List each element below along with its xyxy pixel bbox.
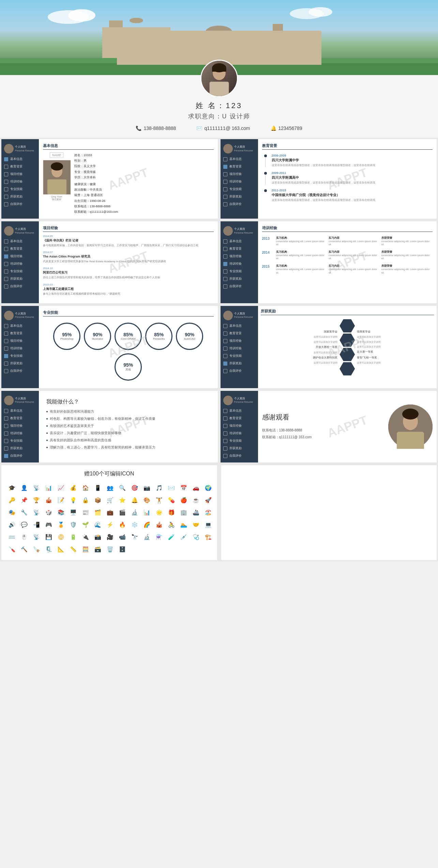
icons-panel: 赠100个可编辑ICON 🎓 👤 📡 📊 📈 💰 🏠 📱 👥 🔍 🎯 📷 🎵 ✉… [1,465,217,560]
thanks-title: 感谢观看 [262,413,382,422]
icon-90: 🔩 [215,532,217,543]
nav-header: 个人简历 Personal Resume [1,142,39,156]
nav-item-proj-2[interactable]: 项目经验 [221,171,258,178]
section-title-skills: 专业技能 [43,310,214,317]
self-item-1: 有良好的创新思维和沟通能力 [46,409,210,414]
icon-20: 📌 [19,495,30,506]
icon-89: 🏗️ [203,532,214,543]
svg-point-8 [205,26,232,39]
section-title-train: 培训经验 [262,225,433,232]
svg-point-7 [130,18,143,23]
icon-72: 🖨️ [215,519,217,530]
bio-fields: 姓名：10333 性别：男 院校：吴义大学 专业：视觉传媒 学历：大学本科 健康… [74,152,214,215]
icon-87: 💉 [178,532,189,543]
icon-100: 🗄️ [117,544,128,555]
slide-basic-info: 个人简历 Personal Resume 基本信息 教育背景 项目经验 培训经验 [1,139,218,219]
self-item-6: 理解力强，有上进心，热爱学习，具有吃苦耐劳的精神，能够承受压力 [46,445,210,450]
hex-3 [339,348,355,361]
edu-timeline: 2006-2009 四川大学附属中学 这里添加在校表现或该项型描述，这里添加在校… [262,152,433,208]
slides-grid: 个人简历 Personal Resume 基本信息 教育背景 项目经验 培训经验 [0,138,438,464]
nav-item-skills-2[interactable]: 专业技能 [221,186,258,193]
icons-all-grid: 🎓 👤 📡 📊 📈 💰 🏠 📱 👥 🔍 🎯 📷 🎵 ✉️ 📅 🚗 🌍 ⚙️ 🔑 … [6,483,212,555]
nav-item-proj[interactable]: 项目经验 [1,171,39,178]
contact-qq: 🔔 123456789 [271,126,302,131]
svg-rect-11 [273,24,283,31]
icon-91: 🪛 [6,544,17,555]
icon-93: 🪚 [31,544,42,555]
nav-item-edu[interactable]: 教育背景 [1,163,39,171]
svg-rect-14 [222,38,224,63]
skill-autocad: 90% AutoCAD [176,323,203,350]
icon-8: 📱 [92,483,103,494]
self-item-5: 具有良好的团队合作精神和高度的责任感 [46,438,210,443]
nav-header-3: 个人简历 Personal Resume [1,224,39,238]
icons-title: 赠100个可编辑ICON [6,470,212,477]
icon-67: 🎪 [154,519,165,530]
svg-point-26 [51,162,63,171]
icon-25: 🔒 [80,495,91,506]
contact-phone: 📞 138-8888-8888 [136,126,176,131]
proj-item-4: 2015.03 上海市建工处建设工程 参与上海市住宅区建造工程视频档案管理考核组… [43,283,214,296]
icon-9: 👥 [105,483,116,494]
nav-item-awards[interactable]: 所获奖励 [1,193,39,201]
nav-item-basic[interactable]: 基本信息 [1,156,39,163]
nav-icon [4,157,8,161]
icon-69: 🏊 [178,519,189,530]
nav-item-self-2[interactable]: 自我评价 [221,201,258,208]
icon-98: 🗃️ [92,544,103,555]
avatar [200,60,238,97]
svg-point-30 [402,409,419,420]
bio-photo [43,160,70,194]
skill-coredraw: 85% Core DRAW [115,323,142,350]
icon-33: 🍎 [178,495,189,506]
icon-64: 🔥 [117,519,128,530]
self-content: AAPPT 我能做什么？ 有良好的创新思维和沟通能力 对色彩、构图等元素较为敏锐… [39,391,218,462]
icon-13: 🎵 [154,483,165,494]
self-question: 我能做什么？ [46,398,210,406]
icon-49: 🌟 [154,507,165,518]
svg-rect-12 [208,38,211,63]
icon-31: 🏋️ [154,495,165,506]
nav-awards-2: 个人简历 Personal Resume 基本信息 教育背景 项目经验 培训经验… [221,306,258,388]
icon-97: 🧮 [80,544,91,555]
self-item-3: 有较强的艺术鉴赏及审美关于 [46,423,210,428]
slide-project: 个人简历 Personal Resume 基本信息 教育背景 项目经验 培训经验… [1,221,218,303]
icon-14: ✉️ [166,483,177,494]
slide-awards: 个人简历 Personal Resume 基本信息 教育背景 项目经验 培训经验… [221,306,437,388]
nav-item-basic-2[interactable]: 基本信息 [221,156,258,163]
icon-21: 🏆 [31,495,42,506]
icon-10: 🔍 [117,483,128,494]
nav-item-awards-2[interactable]: 所获奖励 [221,193,258,201]
qq-icon: 🔔 [271,126,276,131]
nav-item-skills[interactable]: 专业技能 [1,186,39,193]
basic-content: AAPPT 基本信息 NAME Qing Yuan情侣素材 [39,139,218,219]
brand-sub: 多套免费下载,全网最多最新最全的PowerPoint模板资源下载 [284,538,374,543]
icon-61: 🌱 [80,519,91,530]
nav-icon [4,172,8,176]
brand-name: 人人PPT [315,518,342,527]
nav-item-train[interactable]: 培训经验 [1,178,39,186]
skill-illustrator: 90% Illustrator [84,323,111,350]
icon-70: 🤝 [191,519,201,530]
nav-item-train-2[interactable]: 培训经验 [221,178,258,186]
icon-32: 💊 [166,495,177,506]
name-box: NAME [50,152,63,158]
icon-88: 🩺 [191,532,201,543]
icon-28: ⭐ [117,495,128,506]
svg-point-4 [308,7,332,17]
icon-82: 📹 [117,532,128,543]
edu-item-3: 2011-2015 中国传媒大学南广分院（视觉传达设计专业） 这里添加在校表现或… [262,189,433,202]
icon-53: 🏖️ [203,507,214,518]
nav-item-edu-2[interactable]: 教育背景 [221,163,258,171]
proj-list: 2014.05 《温州·华尔高》栏目 记者 参与电视新闻采编，工作内容包括：新闻… [43,235,214,296]
training-row-1: 2013 实习机构 consectetur adipiscing elit. L… [262,236,433,246]
skill-fireworks: 85% Fireworks [145,323,172,350]
icon-39: 📡 [31,507,42,518]
icon-55: 🔊 [6,519,17,530]
svg-rect-15 [228,38,231,63]
icon-68: 🚴 [166,519,177,530]
nav-item-self[interactable]: 自我评价 [1,201,39,208]
icon-51: 🏢 [178,507,189,518]
bio-caption: Qing Yuan情侣素材 [51,195,62,201]
slide-self-eval: 个人简历 Personal Resume 基本信息 教育背景 项目经验 培训经验… [1,391,218,462]
